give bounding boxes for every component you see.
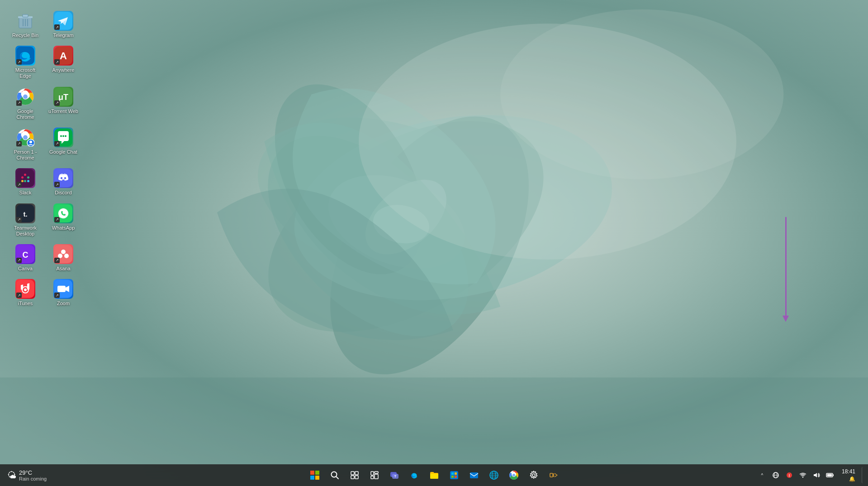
svg-text:μT: μT [58, 93, 68, 102]
svg-rect-73 [355, 472, 358, 475]
slack-label: Slack [19, 190, 32, 196]
svg-point-107 [802, 477, 803, 477]
zoom-label: Zoom [57, 301, 70, 307]
desktop-icon-google-chat[interactable]: Google Chat [46, 125, 81, 164]
tray-chevron-button[interactable]: ^ [756, 469, 768, 481]
shortcut-arrow-itunes [16, 293, 22, 298]
utorrent-label: uTorrent Web [48, 109, 78, 114]
shortcut-arrow-utorrent [54, 100, 60, 106]
desktop-icon-whatsapp[interactable]: WhatsApp [46, 201, 81, 240]
shortcut-arrow-whatsapp [54, 217, 60, 222]
volume-icon [813, 472, 820, 479]
taskbar: 🌤 29°C Rain coming [0, 464, 868, 486]
network-tray-icon[interactable] [769, 469, 782, 481]
wifi-tray-icon[interactable] [797, 469, 809, 481]
clock-display[interactable]: 18:41 🔔 [838, 467, 859, 483]
shortcut-arrow [54, 24, 60, 30]
desktop-icon-recycle-bin[interactable]: Recycle Bin [8, 8, 43, 41]
clock-time: 18:41 [842, 468, 855, 476]
shortcut-arrow-asana [54, 258, 60, 263]
settings-icon [529, 471, 538, 480]
desktop-icon-zoom[interactable]: Zoom [46, 276, 81, 309]
svg-point-36 [65, 135, 66, 137]
svg-rect-110 [827, 474, 832, 477]
clock-date: 🔔 [849, 476, 855, 482]
zoom-icon [53, 279, 73, 299]
svg-rect-78 [375, 474, 378, 479]
asana-icon [53, 244, 73, 264]
extra-app-button[interactable] [545, 466, 563, 484]
svg-line-71 [336, 477, 338, 479]
shortcut-arrow-anywhere [54, 59, 60, 65]
show-desktop-button[interactable] [862, 467, 864, 483]
svg-rect-87 [455, 476, 457, 478]
desktop-icon-asana[interactable]: Asana [46, 241, 81, 274]
widgets-button[interactable] [365, 466, 384, 484]
google-chat-label: Google Chat [49, 149, 77, 155]
svg-rect-38 [21, 176, 24, 179]
edge-taskbar-button[interactable] [405, 466, 423, 484]
svg-point-56 [64, 254, 69, 258]
svg-rect-43 [24, 180, 26, 182]
edge-label: Microsoft Edge [10, 67, 41, 79]
recycle-bin-label: Recycle Bin [12, 33, 38, 38]
task-view-button[interactable] [346, 466, 364, 484]
svg-point-59 [24, 288, 27, 291]
annotation-arrow [785, 217, 787, 316]
battery-tray-icon[interactable] [824, 469, 836, 481]
shortcut-arrow-slack [16, 182, 22, 187]
volume-tray-icon[interactable] [810, 469, 823, 481]
desktop-icon-chrome[interactable]: Google Chrome [8, 84, 43, 123]
svg-rect-72 [351, 472, 354, 475]
start-button[interactable] [306, 466, 324, 484]
windows-logo-icon [310, 470, 320, 480]
wifi-icon [799, 472, 806, 479]
desktop-icon-anywhere[interactable]: A Anywhere [46, 43, 81, 82]
weather-icon: 🌤 [7, 470, 16, 481]
slack-icon [15, 168, 35, 188]
chrome-label: Google Chrome [10, 109, 41, 120]
settings-button[interactable] [525, 466, 543, 484]
antivirus-tray-icon[interactable]: ! [783, 469, 796, 481]
mail-button[interactable] [465, 466, 483, 484]
svg-rect-74 [351, 476, 354, 479]
svg-rect-68 [310, 476, 314, 480]
teams-chat-button[interactable]: T [385, 466, 403, 484]
shortcut-arrow-gchat [54, 141, 60, 146]
desktop-icon-itunes[interactable]: iTunes [8, 276, 43, 309]
svg-line-101 [555, 475, 557, 477]
search-button[interactable] [326, 466, 344, 484]
svg-rect-75 [355, 476, 358, 479]
desktop-icon-teamwork[interactable]: t. Teamwork Desktop [8, 201, 43, 240]
icon-grid: Recycle Bin Telegram [5, 5, 86, 313]
shortcut-arrow-teamwork [16, 217, 22, 222]
taskbar-right-area: ^ ! [756, 467, 864, 483]
person1-chrome-icon [15, 127, 35, 147]
utorrent-icon: μT [53, 87, 73, 107]
weather-widget[interactable]: 🌤 29°C Rain coming [4, 467, 50, 483]
shortcut-arrow-chrome [16, 100, 22, 106]
weather-description: Rain coming [19, 476, 47, 481]
svg-rect-15 [23, 14, 28, 17]
chrome-taskbar-button[interactable] [505, 466, 523, 484]
svg-rect-86 [451, 476, 454, 478]
svg-point-11 [500, 9, 783, 179]
file-explorer-button[interactable] [425, 466, 443, 484]
desktop-icon-edge[interactable]: Microsoft Edge [8, 43, 43, 82]
desktop-icon-canva[interactable]: C Canva [8, 241, 43, 274]
svg-point-97 [532, 474, 535, 477]
desktop-icon-telegram[interactable]: Telegram [46, 8, 81, 41]
browser-button[interactable] [485, 466, 503, 484]
svg-point-54 [61, 250, 66, 254]
desktop-icon-utorrent[interactable]: μT uTorrent Web [46, 84, 81, 123]
desktop-icon-discord[interactable]: Discord [46, 165, 81, 198]
desktop-icon-person1-chrome[interactable]: Person 1 - Chrome [8, 125, 43, 164]
file-explorer-icon [429, 470, 439, 480]
shortcut-arrow-edge [16, 59, 22, 65]
anywhere-icon: A [53, 46, 73, 66]
svg-rect-109 [833, 474, 834, 476]
store-button[interactable] [445, 466, 463, 484]
desktop-icons-area: Recycle Bin Telegram [5, 5, 86, 313]
svg-point-30 [23, 135, 28, 140]
desktop-icon-slack[interactable]: Slack [8, 165, 43, 198]
